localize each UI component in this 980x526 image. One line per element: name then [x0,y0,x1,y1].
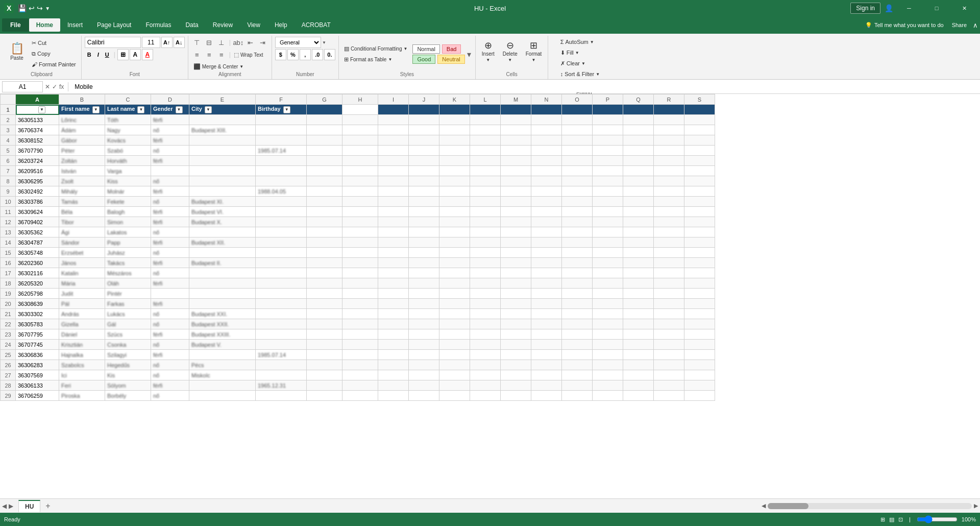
cell-G2[interactable] [307,115,342,125]
cell-O9[interactable] [562,186,593,197]
cell-L28[interactable] [470,380,501,391]
sign-in-button[interactable]: Sign in [850,3,880,14]
cell-G17[interactable] [307,268,342,278]
cell-c24[interactable]: Csonka [105,340,151,350]
cell-f21[interactable] [256,309,307,319]
cell-d28[interactable]: férfi [151,380,189,391]
merge-center-button[interactable]: ⬛ Merge & Center ▼ [191,61,246,71]
cell-S16[interactable] [684,258,715,268]
cell-O16[interactable] [562,258,593,268]
cell-Q21[interactable] [623,309,654,319]
cell-a8[interactable]: 36306295 [16,176,59,186]
cell-f18[interactable] [256,278,307,289]
cell-Q7[interactable] [623,166,654,176]
cell-I10[interactable] [378,197,409,207]
cell-K16[interactable] [439,258,470,268]
cell-M8[interactable] [501,176,531,186]
cell-L15[interactable] [470,248,501,258]
comma-button[interactable]: , [300,49,311,60]
italic-button[interactable]: I [95,49,102,60]
cell-e18[interactable] [189,278,256,289]
cell-f27[interactable] [256,370,307,380]
scroll-sheets-right[interactable]: ▶ [9,503,13,510]
cell-d23[interactable]: férfi [151,329,189,340]
cell-H25[interactable] [342,350,378,360]
cell-p1[interactable] [593,105,623,115]
cell-N10[interactable] [531,197,562,207]
cell-I19[interactable] [378,289,409,299]
cell-c20[interactable]: Farkas [105,299,151,309]
increase-decimal-button[interactable]: .0 [312,49,323,60]
indent-decrease-button[interactable]: ⇤ [245,37,256,48]
col-header-k[interactable]: K [439,94,470,105]
cell-N12[interactable] [531,217,562,227]
cell-Q24[interactable] [623,340,654,350]
cell-G15[interactable] [307,248,342,258]
cell-c18[interactable]: Oláh [105,278,151,289]
cell-a12[interactable]: 36709402 [16,217,59,227]
cell-K4[interactable] [439,135,470,146]
cell-S7[interactable] [684,166,715,176]
cell-G10[interactable] [307,197,342,207]
cell-J4[interactable] [409,135,439,146]
cell-c19[interactable]: Pintér [105,289,151,299]
cell-e3[interactable]: Budapest XIII. [189,125,256,135]
cell-a9[interactable]: 36302492 [16,186,59,197]
tab-formulas[interactable]: Formulas [138,18,178,32]
cell-S21[interactable] [684,309,715,319]
align-bottom-button[interactable]: ⊥ [216,37,227,48]
align-right-button[interactable]: ≡ [216,49,227,60]
cell-O28[interactable] [562,380,593,391]
cell-H16[interactable] [342,258,378,268]
cell-P13[interactable] [593,227,623,237]
cell-a2[interactable]: 36305133 [16,115,59,125]
cell-Q27[interactable] [623,370,654,380]
cell-I9[interactable] [378,186,409,197]
cell-O26[interactable] [562,360,593,370]
cell-S14[interactable] [684,237,715,248]
cell-N23[interactable] [531,329,562,340]
cell-M23[interactable] [501,329,531,340]
cell-f12[interactable] [256,217,307,227]
cell-J7[interactable] [409,166,439,176]
col-header-i[interactable]: I [378,94,409,105]
cell-Q17[interactable] [623,268,654,278]
style-neutral[interactable]: Neutral [437,55,464,64]
cell-L27[interactable] [470,370,501,380]
col-header-f[interactable]: F [256,94,307,105]
cell-e22[interactable]: Budapest XXII. [189,319,256,329]
cell-Q15[interactable] [623,248,654,258]
cell-R5[interactable] [654,146,684,156]
cell-J12[interactable] [409,217,439,227]
cell-O4[interactable] [562,135,593,146]
profile-icon[interactable]: 👤 [885,4,893,12]
cell-Q9[interactable] [623,186,654,197]
cell-d8[interactable]: nő [151,176,189,186]
cell-N22[interactable] [531,319,562,329]
font-color-button[interactable]: A [142,49,153,60]
maximize-button[interactable]: □ [925,0,948,16]
cell-e23[interactable]: Budapest XXIII. [189,329,256,340]
cell-L6[interactable] [470,156,501,166]
cell-N19[interactable] [531,289,562,299]
cell-P23[interactable] [593,329,623,340]
cell-c7[interactable]: Varga [105,166,151,176]
insert-cells-button[interactable]: ⊕ Insert ▼ [479,37,498,66]
cell-H4[interactable] [342,135,378,146]
cell-c9[interactable]: Molnár [105,186,151,197]
cell-Q3[interactable] [623,125,654,135]
cell-b8[interactable]: Zsolt [59,176,105,186]
cell-L11[interactable] [470,207,501,217]
zoom-slider[interactable] [917,515,958,523]
cell-K21[interactable] [439,309,470,319]
cancel-formula-icon[interactable]: ✕ [45,83,50,90]
cell-b21[interactable]: András [59,309,105,319]
scroll-sheets-left[interactable]: ◀ [2,503,7,510]
cell-c29[interactable]: Borbély [105,391,151,401]
cell-L25[interactable] [470,350,501,360]
cell-i1[interactable] [378,105,409,115]
cell-b15[interactable]: Erzsébet [59,248,105,258]
cell-a21[interactable]: 36303302 [16,309,59,319]
cell-e2[interactable] [189,115,256,125]
cell-P10[interactable] [593,197,623,207]
